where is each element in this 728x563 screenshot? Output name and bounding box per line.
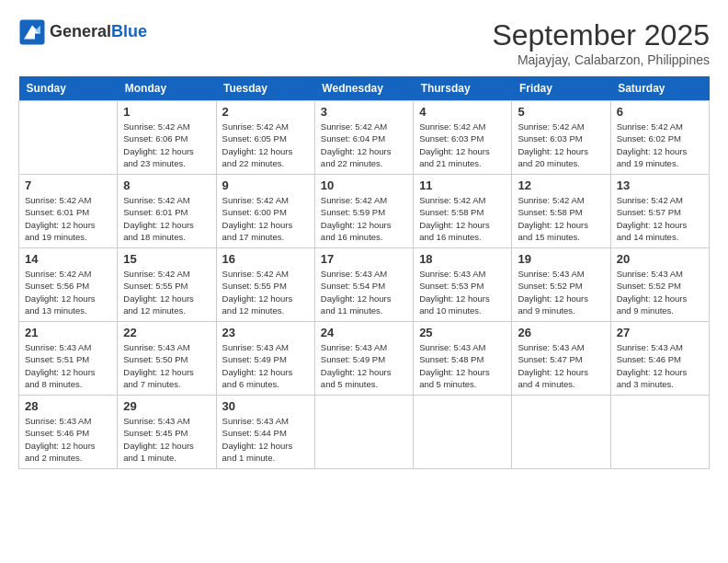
logo-general: General [50,22,111,40]
calendar-cell-2-1: 15Sunrise: 5:42 AM Sunset: 5:55 PM Dayli… [118,248,216,322]
calendar-cell-4-0: 28Sunrise: 5:43 AM Sunset: 5:46 PM Dayli… [19,396,118,469]
calendar-week-0: 1Sunrise: 5:42 AM Sunset: 6:06 PM Daylig… [19,101,710,175]
day-number: 30 [222,399,309,413]
day-info: Sunrise: 5:43 AM Sunset: 5:47 PM Dayligh… [518,341,604,390]
calendar-cell-4-6 [610,396,709,469]
day-info: Sunrise: 5:42 AM Sunset: 5:59 PM Dayligh… [321,194,407,243]
day-info: Sunrise: 5:43 AM Sunset: 5:52 PM Dayligh… [617,268,703,316]
calendar-cell-0-5: 5Sunrise: 5:42 AM Sunset: 6:03 PM Daylig… [512,101,610,175]
day-number: 14 [25,252,111,266]
header-row: Sunday Monday Tuesday Wednesday Thursday… [19,76,710,101]
day-info: Sunrise: 5:43 AM Sunset: 5:45 PM Dayligh… [123,415,210,464]
day-number: 3 [321,105,407,119]
logo-blue: Blue [111,22,147,40]
calendar-cell-4-2: 30Sunrise: 5:43 AM Sunset: 5:44 PM Dayli… [216,396,314,469]
col-sunday: Sunday [19,76,118,101]
location-subtitle: Majayjay, Calabarzon, Philippines [492,52,710,67]
page-header: GeneralBlue September 2025 Majayjay, Cal… [18,18,710,67]
calendar-cell-4-4 [414,396,512,469]
day-info: Sunrise: 5:42 AM Sunset: 6:00 PM Dayligh… [222,194,309,243]
day-info: Sunrise: 5:42 AM Sunset: 6:06 PM Dayligh… [123,121,210,169]
calendar-cell-3-4: 25Sunrise: 5:43 AM Sunset: 5:48 PM Dayli… [414,322,512,396]
day-info: Sunrise: 5:43 AM Sunset: 5:44 PM Dayligh… [222,415,309,464]
day-number: 27 [617,326,703,339]
calendar-week-4: 28Sunrise: 5:43 AM Sunset: 5:46 PM Dayli… [19,396,710,469]
day-number: 6 [617,105,703,119]
day-number: 28 [25,399,111,413]
day-info: Sunrise: 5:42 AM Sunset: 5:58 PM Dayligh… [518,194,604,243]
calendar-cell-3-3: 24Sunrise: 5:43 AM Sunset: 5:49 PM Dayli… [314,322,413,396]
day-number: 2 [222,105,309,119]
calendar-cell-2-5: 19Sunrise: 5:43 AM Sunset: 5:52 PM Dayli… [512,248,610,322]
day-number: 11 [419,178,506,192]
logo-text: GeneralBlue [50,22,147,42]
day-info: Sunrise: 5:42 AM Sunset: 5:58 PM Dayligh… [419,194,506,243]
day-number: 19 [518,252,604,266]
calendar-cell-1-1: 8Sunrise: 5:42 AM Sunset: 6:01 PM Daylig… [118,175,216,248]
day-number: 5 [518,105,604,119]
logo-icon [18,18,46,46]
day-number: 24 [321,326,407,339]
col-monday: Monday [118,76,216,101]
title-section: September 2025 Majayjay, Calabarzon, Phi… [492,18,710,67]
day-number: 12 [518,178,604,192]
day-number: 9 [222,178,309,192]
calendar-cell-0-2: 2Sunrise: 5:42 AM Sunset: 6:05 PM Daylig… [216,101,314,175]
calendar-cell-1-3: 10Sunrise: 5:42 AM Sunset: 5:59 PM Dayli… [314,175,413,248]
day-info: Sunrise: 5:43 AM Sunset: 5:54 PM Dayligh… [321,268,407,316]
calendar-cell-0-3: 3Sunrise: 5:42 AM Sunset: 6:04 PM Daylig… [314,101,413,175]
calendar-cell-1-5: 12Sunrise: 5:42 AM Sunset: 5:58 PM Dayli… [512,175,610,248]
calendar-cell-2-0: 14Sunrise: 5:42 AM Sunset: 5:56 PM Dayli… [19,248,118,322]
calendar-cell-2-2: 16Sunrise: 5:42 AM Sunset: 5:55 PM Dayli… [216,248,314,322]
day-info: Sunrise: 5:42 AM Sunset: 5:55 PM Dayligh… [123,268,210,316]
day-info: Sunrise: 5:43 AM Sunset: 5:46 PM Dayligh… [25,415,111,464]
day-info: Sunrise: 5:42 AM Sunset: 5:56 PM Dayligh… [25,268,111,316]
day-number: 10 [321,178,407,192]
col-friday: Friday [512,76,610,101]
day-info: Sunrise: 5:43 AM Sunset: 5:52 PM Dayligh… [518,268,604,316]
day-info: Sunrise: 5:42 AM Sunset: 6:05 PM Dayligh… [222,121,309,169]
calendar-week-2: 14Sunrise: 5:42 AM Sunset: 5:56 PM Dayli… [19,248,710,322]
day-number: 21 [25,326,111,339]
calendar-cell-4-5 [512,396,610,469]
day-number: 1 [123,105,210,119]
day-info: Sunrise: 5:43 AM Sunset: 5:50 PM Dayligh… [123,341,210,390]
calendar-cell-3-6: 27Sunrise: 5:43 AM Sunset: 5:46 PM Dayli… [610,322,709,396]
month-title: September 2025 [492,18,710,52]
day-info: Sunrise: 5:43 AM Sunset: 5:48 PM Dayligh… [419,341,506,390]
calendar-cell-2-3: 17Sunrise: 5:43 AM Sunset: 5:54 PM Dayli… [314,248,413,322]
calendar-cell-0-1: 1Sunrise: 5:42 AM Sunset: 6:06 PM Daylig… [118,101,216,175]
day-number: 7 [25,178,111,192]
calendar-cell-1-2: 9Sunrise: 5:42 AM Sunset: 6:00 PM Daylig… [216,175,314,248]
col-saturday: Saturday [610,76,709,101]
day-number: 22 [123,326,210,339]
day-info: Sunrise: 5:42 AM Sunset: 6:03 PM Dayligh… [419,121,506,169]
calendar-cell-0-6: 6Sunrise: 5:42 AM Sunset: 6:02 PM Daylig… [610,101,709,175]
calendar-cell-4-3 [314,396,413,469]
day-info: Sunrise: 5:42 AM Sunset: 6:01 PM Dayligh… [25,194,111,243]
day-number: 4 [419,105,506,119]
calendar-cell-3-5: 26Sunrise: 5:43 AM Sunset: 5:47 PM Dayli… [512,322,610,396]
calendar-cell-0-0 [19,101,118,175]
col-tuesday: Tuesday [216,76,314,101]
calendar-header: Sunday Monday Tuesday Wednesday Thursday… [19,76,710,101]
day-number: 17 [321,252,407,266]
day-number: 13 [617,178,703,192]
calendar-cell-0-4: 4Sunrise: 5:42 AM Sunset: 6:03 PM Daylig… [414,101,512,175]
day-info: Sunrise: 5:43 AM Sunset: 5:51 PM Dayligh… [25,341,111,390]
day-info: Sunrise: 5:43 AM Sunset: 5:49 PM Dayligh… [321,341,407,390]
calendar-cell-3-2: 23Sunrise: 5:43 AM Sunset: 5:49 PM Dayli… [216,322,314,396]
day-number: 25 [419,326,506,339]
calendar-cell-2-4: 18Sunrise: 5:43 AM Sunset: 5:53 PM Dayli… [414,248,512,322]
day-number: 20 [617,252,703,266]
day-info: Sunrise: 5:43 AM Sunset: 5:46 PM Dayligh… [617,341,703,390]
calendar-cell-1-6: 13Sunrise: 5:42 AM Sunset: 5:57 PM Dayli… [610,175,709,248]
day-number: 29 [123,399,210,413]
day-number: 26 [518,326,604,339]
calendar-cell-3-1: 22Sunrise: 5:43 AM Sunset: 5:50 PM Dayli… [118,322,216,396]
day-info: Sunrise: 5:42 AM Sunset: 6:01 PM Dayligh… [123,194,210,243]
day-info: Sunrise: 5:42 AM Sunset: 5:57 PM Dayligh… [617,194,703,243]
calendar-table: Sunday Monday Tuesday Wednesday Thursday… [18,76,710,469]
col-thursday: Thursday [414,76,512,101]
logo: GeneralBlue [18,18,147,46]
